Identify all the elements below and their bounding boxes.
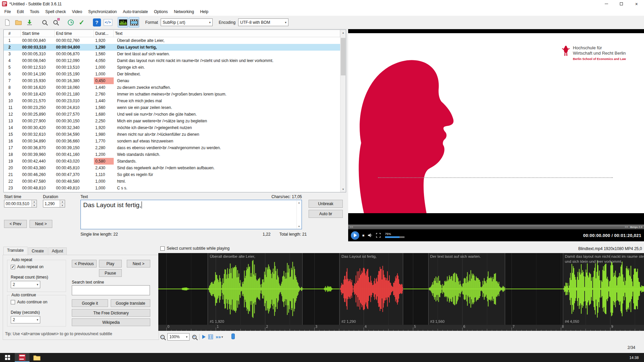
menu-item-auto-translate[interactable]: Auto-translate <box>120 8 151 15</box>
subtitle-row[interactable]: 500:00:12,51000:00:13,5101,000Springe ic… <box>4 64 340 71</box>
select-current-checkbox[interactable]: Select current subtitle while playing <box>160 246 229 251</box>
subtitle-row[interactable]: 1000:00:21,57000:00:23,0101,440Freue ich… <box>4 98 340 104</box>
zoom-level-select[interactable]: 100% ▾ <box>167 333 190 341</box>
column-header[interactable]: # <box>4 30 21 37</box>
subtitle-row[interactable]: 2200:00:47,58000:00:48,5801,000html. <box>4 178 340 185</box>
taskbar-subtitle-edit[interactable] <box>15 353 30 362</box>
timeline-ruler[interactable] <box>158 325 644 331</box>
spell-check-button[interactable]: ✓ <box>76 17 87 27</box>
start-button[interactable] <box>0 353 15 362</box>
save-button[interactable] <box>24 17 35 27</box>
subtitle-text-input[interactable]: Das Layout ist fertig, ▲▼ <box>80 200 302 229</box>
menu-item-networking[interactable]: Networking <box>171 8 197 15</box>
playback-speed-icon[interactable]: »»▾ <box>216 334 223 340</box>
delay-select[interactable]: 2 ▾ <box>11 316 40 323</box>
subtitle-row[interactable]: 300:00:05,31000:00:06,8701,560Der text l… <box>4 51 340 57</box>
next-subtitle-button[interactable]: Next > <box>30 220 52 228</box>
spinner-arrows[interactable]: ▲▼ <box>32 200 37 207</box>
encoding-select[interactable]: UTF-8 with BOM ▾ <box>238 18 288 26</box>
menu-item-spell-check[interactable]: Spell check <box>42 8 69 15</box>
tab-adjust[interactable]: Adjust <box>48 247 67 255</box>
subtitle-row[interactable]: 700:00:15,93000:00:16,3800,450Genau <box>4 77 340 84</box>
maximize-button[interactable] <box>614 0 629 8</box>
zoom-in-icon[interactable]: + <box>192 335 197 339</box>
subtitle-row[interactable]: 200:00:03,51000:00:04,8001,290Das Layout… <box>4 44 340 51</box>
vertical-zoom-icon[interactable] <box>208 335 213 339</box>
tab-translate[interactable]: Translate <box>3 247 28 255</box>
subtitle-row[interactable]: 1500:00:32,61000:00:34,5901,980ihnen nic… <box>4 131 340 138</box>
mute-button[interactable] <box>368 233 373 238</box>
waveform-play-icon[interactable] <box>202 335 206 339</box>
auto-repeat-checkbox[interactable]: ✓ Auto repeat on <box>11 264 44 269</box>
menu-item-options[interactable]: Options <box>151 8 171 15</box>
play-subtitle-button[interactable]: Play <box>99 260 122 267</box>
source-view-button[interactable]: </> <box>103 17 113 27</box>
video-seekbar[interactable]: «« »» libmpv 2.0 <box>348 225 644 229</box>
help-button[interactable]: ? <box>92 17 102 27</box>
waveform-display[interactable]: Überall dieselbe alte Leier,#1 1,920Das … <box>158 253 644 325</box>
waveform-region[interactable]: Der text lasst auf sich warten.#3 1,560 <box>428 253 505 325</box>
volume-control[interactable]: 75% <box>385 233 405 238</box>
menu-item-help[interactable]: Help <box>197 8 211 15</box>
toggle-waveform-button[interactable] <box>118 17 128 27</box>
seek-back-icon[interactable]: «« <box>350 225 353 229</box>
free-dictionary-button[interactable]: The Free Dictionary <box>72 309 150 317</box>
toggle-video-button[interactable] <box>129 17 139 27</box>
spinner-arrows[interactable]: ▲▼ <box>60 200 65 207</box>
waveform-position-thumb[interactable] <box>231 334 235 339</box>
subtitle-row[interactable]: 1600:00:34,89000:00:36,6601,770sondern a… <box>4 138 340 144</box>
google-it-button[interactable]: Google it <box>72 299 108 307</box>
prev-subtitle-button[interactable]: < Prev <box>4 220 27 228</box>
subtitle-row[interactable]: 100:00:00,84000:00:02,7601,920Überall di… <box>4 37 340 44</box>
menu-item-synchronization[interactable]: Synchronization <box>85 8 120 15</box>
column-header[interactable]: Text <box>114 30 340 37</box>
subtitle-row[interactable]: 2000:00:43,38000:00:45,8102,430Sind das … <box>4 165 340 171</box>
waveform-region[interactable]: Damit das layout nun nicht nackt im raum… <box>563 253 644 325</box>
start-time-spinner[interactable]: 00:00:03,510 ▲▼ <box>4 200 37 207</box>
close-button[interactable]: × <box>629 0 644 8</box>
scroll-down-icon[interactable]: ▼ <box>340 186 346 192</box>
subtitle-row[interactable]: 2300:00:48,81000:00:49,8101,000C s s. <box>4 185 340 191</box>
repeat-count-select[interactable]: 2 ▾ <box>11 281 40 288</box>
open-file-button[interactable] <box>13 17 23 27</box>
fullscreen-button[interactable] <box>376 233 381 238</box>
column-header[interactable]: Durat... <box>94 30 114 37</box>
waveform-region[interactable]: Das Layout ist fertig,#2 1,290 <box>339 253 403 325</box>
menu-item-edit[interactable]: Edit <box>14 8 27 15</box>
zoom-out-icon[interactable]: − <box>160 335 165 339</box>
pause-button[interactable]: Pause <box>99 269 122 277</box>
subtitle-row[interactable]: 800:00:16,62000:00:18,0601,440zu diesem … <box>4 84 340 91</box>
replace-button[interactable] <box>50 17 61 27</box>
previous-button[interactable]: < Previous <box>72 260 97 267</box>
video-display[interactable]: Hochschule für Wirtschaft und Recht Berl… <box>348 29 644 225</box>
wikipedia-button[interactable]: Wikipedia <box>72 318 150 326</box>
scrollbar-thumb[interactable] <box>341 38 345 75</box>
textbox-scrollbar[interactable]: ▲▼ <box>297 200 301 229</box>
seek-forward-icon[interactable]: »» <box>625 225 628 229</box>
minimize-button[interactable] <box>599 0 614 8</box>
duration-spinner[interactable]: 1,290 ▲▼ <box>43 200 65 207</box>
scroll-up-icon[interactable]: ▲ <box>340 30 346 36</box>
auto-br-button[interactable]: Auto br <box>309 210 343 218</box>
find-button[interactable] <box>39 17 50 27</box>
format-select[interactable]: SubRip (.srt) ▾ <box>161 18 213 26</box>
new-file-button[interactable] <box>2 17 12 27</box>
auto-continue-checkbox[interactable]: Auto continue on <box>11 300 47 304</box>
subtitle-row[interactable]: 1400:00:30,42000:00:32,3401,920möchte ic… <box>4 124 340 131</box>
waveform-region[interactable]: Überall dieselbe alte Leier,#1 1,920 <box>208 253 302 325</box>
menu-item-video[interactable]: Video <box>69 8 85 15</box>
subtitle-row[interactable]: 2100:00:46,26000:00:47,3701,110So gibt e… <box>4 171 340 178</box>
taskbar-file-explorer[interactable] <box>30 353 44 362</box>
subtitle-row[interactable]: 1700:00:36,87000:00:39,1502,280dass es e… <box>4 144 340 151</box>
google-translate-button[interactable]: Google translate <box>111 299 150 307</box>
subtitle-row[interactable]: 900:00:18,42000:00:21,1802,760Immer im s… <box>4 91 340 98</box>
tab-create[interactable]: Create <box>28 247 48 255</box>
next-button[interactable]: Next > <box>127 260 150 267</box>
volume-slider[interactable] <box>385 236 405 238</box>
menu-item-file[interactable]: File <box>1 8 14 15</box>
list-scrollbar[interactable]: ▲ ▼ <box>340 30 346 192</box>
menu-item-tools[interactable]: Tools <box>27 8 42 15</box>
subtitle-row[interactable]: 600:00:14,19000:00:15,1901,000Der blindt… <box>4 71 340 77</box>
subtitle-row[interactable]: 1100:00:23,25000:00:24,8101,560wenn sie … <box>4 104 340 111</box>
unbreak-button[interactable]: Unbreak <box>309 200 343 208</box>
